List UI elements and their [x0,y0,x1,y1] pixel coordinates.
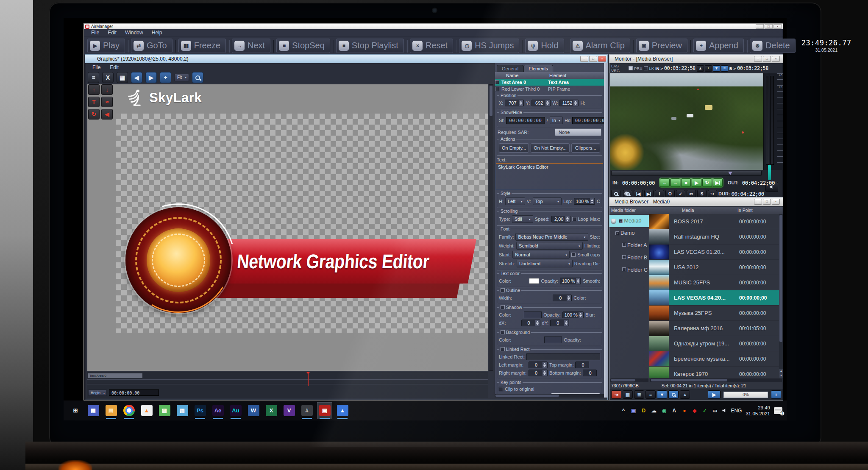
toolbar-button[interactable]: → Next [232,39,270,53]
edit-tool-button[interactable]: ▶| [644,190,654,197]
close-button[interactable]: × [772,56,780,62]
canvas-vscrollbar[interactable] [489,84,493,371]
tree-item[interactable]: Folder B [609,252,649,264]
word[interactable]: W [246,402,261,419]
timeline-time-field[interactable]: 00:00:00.00 [109,389,159,396]
notes[interactable]: ▧ [175,402,190,419]
on-empty-button[interactable]: On Empty... [499,143,529,153]
photoshop[interactable]: Ps [192,402,208,419]
tree-item[interactable]: -Demo [609,227,649,239]
linked-rect-field[interactable] [526,353,600,360]
maximize-button[interactable]: □ [763,56,771,62]
zoom-out-icon[interactable] [611,190,620,197]
expand-icon[interactable] [622,267,626,271]
edit-tool-button[interactable]: I [655,190,664,197]
file-explorer[interactable]: ▤ [103,402,119,419]
element-row[interactable]: Red Lower Third 0 PIP Frame [495,86,604,92]
transport-button[interactable]: ■ [681,178,691,187]
media-hscrollbars[interactable] [609,378,783,383]
properties-hscrollbar[interactable] [495,394,604,398]
seek-bar[interactable] [611,171,762,176]
title-bar[interactable]: AirManager – □ × [84,24,783,29]
on-not-empty-button[interactable]: On Not Empty... [531,143,569,153]
start-button[interactable]: ⊞ [68,402,83,419]
expand-icon[interactable]: - [615,231,619,235]
visio[interactable]: V [281,402,297,419]
position-x-spinner[interactable]: 707 [505,100,524,106]
excel[interactable]: X [264,402,279,419]
transport-button[interactable]: ▶| [713,178,723,187]
toolbar-button[interactable]: ψ Hold [525,39,564,53]
linked-rect-checkbox[interactable] [501,347,505,351]
next-icon[interactable]: ▶ [145,72,157,83]
tab-elements[interactable]: Elements [523,65,553,72]
text-tool-icon[interactable]: X [102,72,114,83]
graphics-title-bar[interactable]: Graphics* (1920x1080@25.00, 48000,2) – □… [85,55,607,63]
transport-button[interactable]: ▶ [692,178,701,187]
font-stretch-select[interactable]: Undefined [517,260,573,267]
airmanager[interactable]: ▣ [317,402,332,419]
move-top-icon[interactable]: ↑ [88,84,100,95]
add-icon[interactable]: + [160,72,171,83]
prev-icon[interactable]: ◀ [131,72,142,83]
tab-general[interactable]: General [497,65,523,72]
shadow-color-swatch[interactable] [524,311,542,318]
menu-item[interactable]: File [89,64,104,70]
preview-icon[interactable]: ▲ [680,390,690,399]
after-effects[interactable]: Ae [210,402,225,419]
tree-item[interactable]: -Media0 [609,215,649,227]
edit-tool-button[interactable]: ✂ [687,190,696,197]
media-row[interactable]: Ralf instagram HQ 00:00:00:00 [649,229,779,245]
console[interactable]: # [299,402,314,419]
search-icon[interactable] [668,390,679,399]
monitor-title-bar[interactable]: Monitor - [Media Browser] – □ × [609,55,783,63]
halign-select[interactable]: Left [505,197,525,205]
scroll-speed-spinner[interactable]: 2,00 [551,216,570,222]
left-margin-spinner[interactable]: 0 [529,362,548,368]
timeline-track-label[interactable]: Text Area 0 [88,373,142,378]
menu-item[interactable]: File [87,30,103,36]
shadow-checkbox[interactable] [501,305,505,309]
back-icon[interactable]: ◀ [101,109,113,120]
expand-icon[interactable]: - [619,219,623,223]
safe-frame-icon[interactable]: ▦ [117,72,128,83]
media-row[interactable]: Катерок 1970 00:00:00:00 [649,367,779,378]
toolbar-button[interactable]: × Reset [410,39,453,53]
toolbar-button[interactable]: ▮▮ Freeze [178,39,226,53]
notification-icon[interactable]: 1 [774,407,782,414]
loop-checkbox[interactable] [572,217,576,221]
properties-vscrollbar[interactable] [604,63,608,398]
language-indicator[interactable]: ENG [731,408,742,414]
expand-icon[interactable] [622,243,626,247]
defender-icon[interactable]: ✓ [701,407,708,414]
transport-button[interactable]: ← [660,178,670,187]
small-caps-checkbox[interactable] [571,253,576,257]
eject-icon[interactable]: ⇥ [611,390,621,399]
edit-tool-button[interactable]: S [697,190,707,197]
text-element-icon[interactable]: T [88,97,100,107]
avira-icon[interactable]: ◆ [691,407,698,414]
valign-select[interactable]: Top [533,197,562,205]
display-icon[interactable]: ▭ [711,407,718,414]
shadow-dx-spinner[interactable]: 0 [521,320,540,326]
grid-view-icon[interactable]: ▦ [623,390,633,399]
photos[interactable]: ▲ [335,402,350,419]
taskbar-clock[interactable]: 23:49 31.05.2021 [746,405,770,417]
media-row[interactable]: Однажды утром (19... 00:00:00:00 [649,336,779,351]
minimize-button[interactable]: – [754,56,762,62]
clip-to-original-checkbox[interactable] [499,387,503,391]
minimize-button[interactable]: – [580,56,588,62]
text-opacity-spinner[interactable]: 100 % [560,278,581,284]
info-button[interactable]: i [771,390,781,399]
toolbar-button[interactable]: ▣ Preview [636,39,687,53]
element-checkbox[interactable] [495,80,499,84]
media-row[interactable]: Балерина мф 2016 00:01:05:00 [649,321,779,336]
tray-d-icon[interactable]: D [640,407,647,414]
timeline-begin-select[interactable]: Begin [88,389,107,396]
maximize-button[interactable]: □ [763,199,771,205]
required-sar-button[interactable]: None [555,128,601,136]
text-color-swatch[interactable] [529,278,539,284]
video-preview[interactable] [610,73,763,170]
edit-tool-button[interactable]: |◀ [634,190,643,197]
menu-item[interactable]: Window [121,30,147,36]
